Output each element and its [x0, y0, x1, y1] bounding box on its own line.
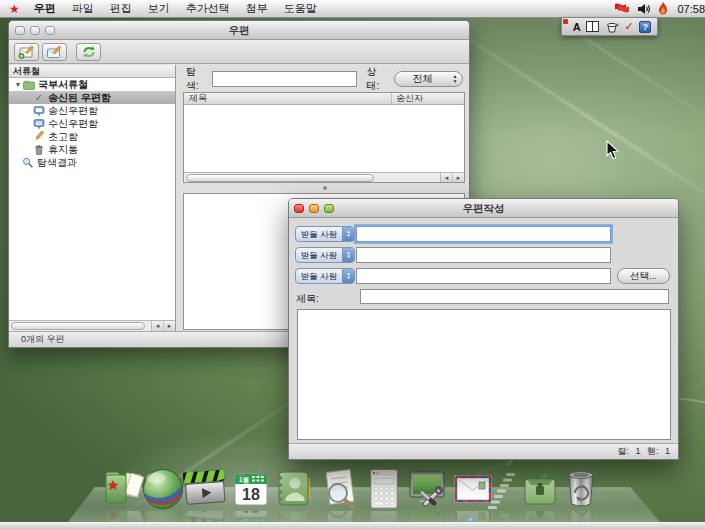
line-position-label: 행:: [647, 446, 659, 456]
check-tool-icon[interactable]: ✓: [624, 20, 633, 33]
tree-item-trash[interactable]: 휴지통: [9, 143, 175, 156]
scroll-right-arrow[interactable]: ▸: [452, 173, 464, 182]
edit-mail-icon: [45, 45, 64, 59]
menu-mail[interactable]: 우편: [26, 0, 64, 17]
trash-icon: [33, 144, 45, 155]
pencil-icon: [33, 131, 45, 142]
send-receive-icon: [80, 45, 98, 59]
help-icon[interactable]: ?: [639, 21, 651, 33]
compose-window: 우편작성 받을 사람 ▲▼ 받을 사람 ▲▼ 받을 사람 ▲▼ 선택... 제목…: [288, 198, 679, 460]
dropdown-stepper-icon: ▲▼: [342, 227, 354, 241]
new-mail-button[interactable]: [14, 43, 39, 61]
message-list-horizontal-scrollbar[interactable]: ◂ ▸: [184, 172, 464, 182]
flame-icon[interactable]: [658, 2, 668, 15]
recipient-type-label: 받을 사람: [296, 227, 342, 241]
dock-icon-trash[interactable]: [558, 466, 604, 512]
dock-icon-document-search[interactable]: [317, 466, 363, 512]
scroll-left-arrow[interactable]: ◂: [152, 321, 163, 331]
line-position-value: 1: [665, 446, 670, 456]
dock-icon-web-browser[interactable]: [140, 466, 186, 512]
column-subject[interactable]: 제목: [184, 93, 392, 104]
trash-icon: [558, 466, 604, 512]
status-filter-select[interactable]: 전체 ▲▼: [394, 71, 463, 87]
scrollbar-thumb[interactable]: [11, 322, 145, 330]
recipient-input-1[interactable]: [356, 226, 611, 242]
svg-text:1월: 1월: [239, 476, 249, 484]
dock-icon-movie-player[interactable]: [182, 466, 228, 512]
bucket-icon[interactable]: [605, 21, 619, 33]
select-contact-button[interactable]: 선택...: [617, 268, 670, 284]
message-body-textarea[interactable]: [297, 309, 671, 440]
movie-player-icon: [182, 466, 228, 512]
message-list[interactable]: 제목 송신자 ◂ ▸: [183, 92, 465, 183]
svg-text:18: 18: [242, 511, 260, 515]
tree-item-inbox[interactable]: 수신우편함: [9, 117, 175, 130]
outbox-icon: [33, 105, 45, 116]
menu-attach[interactable]: 첨부: [238, 0, 276, 17]
recipient-type-label: 받을 사람: [296, 248, 342, 262]
document-search-icon: [317, 466, 363, 512]
menu-file[interactable]: 파일: [64, 0, 102, 17]
recipient-type-dropdown[interactable]: 받을 사람 ▲▼: [295, 268, 355, 284]
scrollbar-thumb[interactable]: [186, 174, 374, 182]
dock-icon-documents-folder[interactable]: [99, 466, 145, 512]
folders-header: 서류철: [9, 65, 175, 78]
recipient-input-2[interactable]: [356, 247, 611, 263]
tree-item-search-results[interactable]: 탐색결과: [9, 156, 175, 169]
column-position-value: 1: [635, 446, 640, 456]
menu-edit[interactable]: 편집: [102, 0, 140, 17]
sidebar-horizontal-scrollbar[interactable]: ◂ ▸: [9, 320, 175, 331]
mail-titlebar[interactable]: 우편: [9, 21, 469, 40]
address-book-icon: [271, 466, 317, 512]
system-settings-icon: [405, 466, 451, 512]
font-icon[interactable]: A: [573, 21, 581, 33]
dock-icon-package-manager[interactable]: [517, 466, 563, 512]
menu-view[interactable]: 보기: [140, 0, 178, 17]
clock: 07:58: [677, 3, 705, 15]
volume-icon[interactable]: [637, 3, 651, 15]
compose-titlebar[interactable]: 우편작성: [289, 199, 678, 218]
select-stepper: ▲▼: [450, 74, 462, 84]
disclosure-triangle-icon[interactable]: ▼: [13, 81, 23, 88]
palette-close-button[interactable]: [563, 19, 568, 24]
red-star-menu-icon[interactable]: ★: [9, 0, 20, 18]
edit-mail-button[interactable]: [42, 43, 67, 61]
calculator-icon: [361, 466, 407, 512]
tree-label: 송신된 우편함: [48, 91, 111, 105]
recipient-type-dropdown[interactable]: 받을 사람 ▲▼: [295, 247, 355, 263]
splitter-handle[interactable]: [323, 186, 327, 190]
columns-icon[interactable]: [586, 21, 599, 32]
tree-item-outbox[interactable]: 송신우편함: [9, 104, 175, 117]
dock-icon-address-book[interactable]: [271, 466, 317, 512]
scroll-right-arrow[interactable]: ▸: [163, 321, 175, 331]
dock-separator: [487, 466, 517, 512]
calendar-icon: 1월 18: [228, 466, 274, 512]
flag-icon[interactable]: [613, 3, 630, 15]
magnifier-icon: [22, 157, 34, 168]
dock-icon-system-settings[interactable]: [405, 466, 451, 512]
tree-label: 초고함: [48, 130, 78, 144]
menu-bar: ★ 우편 파일 편집 보기 추가선택 첨부 도움말 07:58: [0, 0, 705, 18]
subject-input[interactable]: [360, 289, 669, 304]
column-sender[interactable]: 송신자: [392, 93, 464, 104]
tree-item-drafts[interactable]: 초고함: [9, 130, 175, 143]
new-mail-icon: [17, 45, 36, 59]
scroll-left-arrow[interactable]: ◂: [441, 173, 452, 182]
tree-item-local-folders[interactable]: ▼ 국부서류철: [9, 78, 175, 91]
compose-statusbar: 렬: 1 행: 1: [289, 443, 678, 459]
tree-label: 수신우편함: [48, 117, 98, 131]
recipient-input-3[interactable]: [356, 268, 611, 284]
menu-options[interactable]: 추가선택: [178, 0, 238, 17]
dropdown-stepper-icon: ▲▼: [342, 248, 354, 262]
dock-icon-calendar[interactable]: 1월 18 1월 18: [228, 466, 274, 512]
folder-icon: [23, 79, 35, 90]
dock-icon-calculator[interactable]: [361, 466, 407, 512]
subject-label: 제목:: [296, 292, 319, 306]
recipient-type-dropdown[interactable]: 받을 사람 ▲▼: [295, 226, 355, 242]
tree-item-sent-mailbox[interactable]: ✓ 송신된 우편함: [9, 91, 175, 104]
menu-help[interactable]: 도움말: [276, 0, 325, 17]
send-receive-button[interactable]: [76, 43, 101, 61]
search-input[interactable]: [212, 71, 356, 87]
dock: 1월 18 1월 18: [0, 455, 705, 529]
check-icon: ✓: [33, 92, 45, 103]
